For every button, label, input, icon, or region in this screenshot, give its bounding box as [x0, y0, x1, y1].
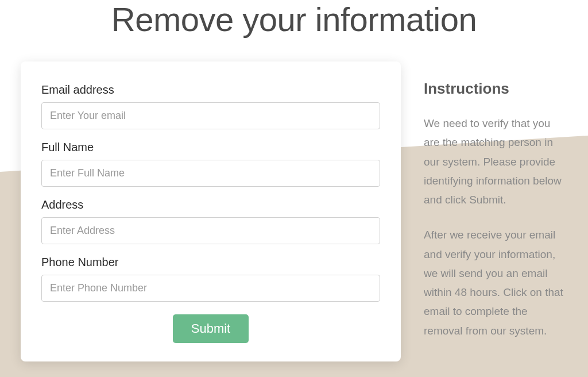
phone-group: Phone Number: [41, 256, 380, 302]
email-group: Email address: [41, 83, 380, 129]
submit-button[interactable]: Submit: [173, 314, 249, 343]
phone-field[interactable]: [41, 275, 380, 302]
instructions-panel: Instructions We need to verify that you …: [424, 61, 567, 361]
email-field[interactable]: [41, 102, 380, 129]
content-wrapper: Email address Full Name Address Phone Nu…: [0, 61, 588, 361]
full-name-label: Full Name: [41, 141, 380, 154]
address-field[interactable]: [41, 217, 380, 244]
instructions-paragraph-2: After we receive your email and verify y…: [424, 225, 567, 340]
full-name-group: Full Name: [41, 141, 380, 187]
address-group: Address: [41, 198, 380, 244]
submit-wrapper: Submit: [41, 314, 380, 343]
phone-label: Phone Number: [41, 256, 380, 269]
email-label: Email address: [41, 83, 380, 97]
address-label: Address: [41, 198, 380, 211]
instructions-heading: Instructions: [424, 80, 567, 98]
instructions-paragraph-1: We need to verify that you are the match…: [424, 114, 567, 209]
full-name-field[interactable]: [41, 160, 380, 187]
removal-form-card: Email address Full Name Address Phone Nu…: [21, 61, 401, 361]
page-title: Remove your information: [0, 0, 588, 39]
